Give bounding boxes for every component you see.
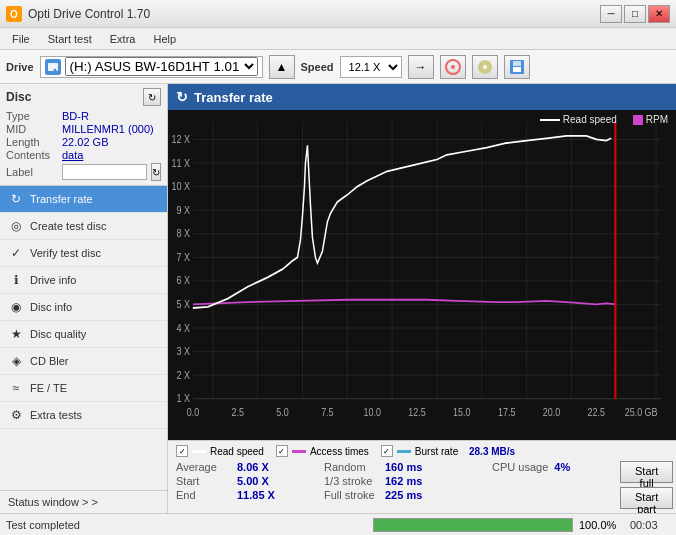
maximize-button[interactable]: □ (624, 5, 646, 23)
contents-value[interactable]: data (62, 149, 83, 161)
cpu-usage-label: CPU usage (492, 461, 548, 473)
svg-text:5.0: 5.0 (276, 407, 289, 419)
end-stat: End 11.85 X (176, 489, 316, 501)
svg-point-4 (53, 68, 56, 71)
nav-disc-info[interactable]: ◉ Disc info (0, 294, 167, 321)
svg-text:9 X: 9 X (176, 204, 190, 216)
access-times-checkbox[interactable]: ✓ (276, 445, 288, 457)
average-label: Average (176, 461, 231, 473)
svg-text:8 X: 8 X (176, 228, 190, 240)
legend-burst-rate-label: Burst rate (415, 446, 458, 457)
svg-text:7.5: 7.5 (321, 407, 334, 419)
transfer-rate-icon: ↻ (8, 191, 24, 207)
burst-rate-checkbox[interactable]: ✓ (381, 445, 393, 457)
contents-label: Contents (6, 149, 58, 161)
end-value: 11.85 X (237, 489, 292, 501)
status-bar: Test completed 100.0% 00:03 (0, 513, 676, 535)
svg-rect-10 (513, 67, 521, 72)
cd-button[interactable] (472, 55, 498, 79)
nav-transfer-rate[interactable]: ↻ Transfer rate (0, 186, 167, 213)
svg-text:10.0: 10.0 (363, 407, 381, 419)
drive-label: Drive (6, 61, 34, 73)
drive-eject-button[interactable]: ▲ (269, 55, 295, 79)
menu-start-test[interactable]: Start test (40, 31, 100, 47)
average-stat: Average 8.06 X (176, 461, 316, 473)
nav-drive-info[interactable]: ℹ Drive info (0, 267, 167, 294)
type-value: BD-R (62, 110, 89, 122)
minimize-button[interactable]: ─ (600, 5, 622, 23)
window-controls: ─ □ ✕ (600, 5, 670, 23)
nav-cd-bler[interactable]: ◈ CD Bler (0, 348, 167, 375)
nav-section: ↻ Transfer rate ◎ Create test disc ✓ Ver… (0, 186, 167, 490)
svg-rect-3 (48, 63, 58, 71)
full-stroke-stat: Full stroke 225 ms (324, 489, 484, 501)
menu-file[interactable]: File (4, 31, 38, 47)
arrow-right-button[interactable]: → (408, 55, 434, 79)
disc-refresh-button[interactable]: ↻ (143, 88, 161, 106)
svg-text:11 X: 11 X (171, 157, 190, 169)
start-full-button[interactable]: Start full (620, 461, 673, 483)
nav-extra-tests[interactable]: ⚙ Extra tests (0, 402, 167, 429)
app-icon: O (6, 6, 22, 22)
legend-read-speed-label: Read speed (210, 446, 264, 457)
legend-row: ✓ Read speed ✓ Access times ✓ Burst rate… (176, 445, 668, 457)
main-layout: Disc ↻ Type BD-R MID MILLENMR1 (000) Len… (0, 84, 676, 513)
speed-label: Speed (301, 61, 334, 73)
svg-text:2 X: 2 X (176, 369, 190, 381)
length-label: Length (6, 136, 58, 148)
disc-button[interactable] (440, 55, 466, 79)
svg-text:4 X: 4 X (176, 322, 190, 334)
nav-extra-tests-label: Extra tests (30, 409, 82, 421)
nav-create-test-disc-label: Create test disc (30, 220, 106, 232)
toolbar: Drive (H:) ASUS BW-16D1HT 1.01 ▲ Speed 1… (0, 50, 676, 84)
progress-bar-container (373, 518, 573, 532)
close-button[interactable]: ✕ (648, 5, 670, 23)
svg-text:2.5: 2.5 (231, 407, 244, 419)
progress-text: 100.0% (579, 519, 624, 531)
menu-extra[interactable]: Extra (102, 31, 144, 47)
extra-tests-icon: ⚙ (8, 407, 24, 423)
label-input[interactable] (62, 164, 147, 180)
legend-burst-rate-item: ✓ Burst rate 28.3 MB/s (381, 445, 515, 457)
status-window-button[interactable]: Status window > > (0, 490, 167, 513)
save-button[interactable] (504, 55, 530, 79)
mid-value: MILLENMR1 (000) (62, 123, 154, 135)
random-stat: Random 160 ms (324, 461, 484, 473)
drive-combo[interactable]: (H:) ASUS BW-16D1HT 1.01 (65, 57, 258, 76)
nav-verify-test-disc[interactable]: ✓ Verify test disc (0, 240, 167, 267)
svg-text:0.0: 0.0 (187, 407, 200, 419)
legend-access-times-label: Access times (310, 446, 369, 457)
random-value: 160 ms (385, 461, 440, 473)
transfer-rate-header-icon: ↻ (176, 89, 188, 105)
speed-select[interactable]: 12.1 X 8 X 6 X 4 X 2 X 1 X (340, 56, 402, 78)
nav-disc-quality[interactable]: ★ Disc quality (0, 321, 167, 348)
full-stroke-value: 225 ms (385, 489, 440, 501)
start-value: 5.00 X (237, 475, 292, 487)
nav-drive-info-label: Drive info (30, 274, 76, 286)
nav-disc-info-label: Disc info (30, 301, 72, 313)
access-times-color (292, 450, 306, 453)
disc-quality-icon: ★ (8, 326, 24, 342)
legend-read-speed: Read speed (540, 114, 617, 125)
legend-read-speed-item: ✓ Read speed (176, 445, 264, 457)
cpu-usage-stat: CPU usage 4% (492, 461, 612, 473)
svg-text:1 X: 1 X (176, 393, 190, 405)
progress-bar (374, 519, 572, 531)
create-test-disc-icon: ◎ (8, 218, 24, 234)
nav-cd-bler-label: CD Bler (30, 355, 69, 367)
svg-text:25.0 GB: 25.0 GB (625, 407, 658, 419)
nav-create-test-disc[interactable]: ◎ Create test disc (0, 213, 167, 240)
transfer-rate-header: ↻ Transfer rate (168, 84, 676, 110)
start-part-button[interactable]: Start part (620, 487, 673, 509)
label-refresh-button[interactable]: ↻ (151, 163, 161, 181)
menu-help[interactable]: Help (145, 31, 184, 47)
read-speed-checkbox[interactable]: ✓ (176, 445, 188, 457)
nav-fe-te[interactable]: ≈ FE / TE (0, 375, 167, 402)
app-title: Opti Drive Control 1.70 (28, 7, 150, 21)
status-text: Test completed (6, 519, 367, 531)
svg-point-6 (451, 65, 455, 69)
drive-info-icon: ℹ (8, 272, 24, 288)
svg-text:5 X: 5 X (176, 298, 190, 310)
verify-test-disc-icon: ✓ (8, 245, 24, 261)
read-speed-color (192, 450, 206, 453)
